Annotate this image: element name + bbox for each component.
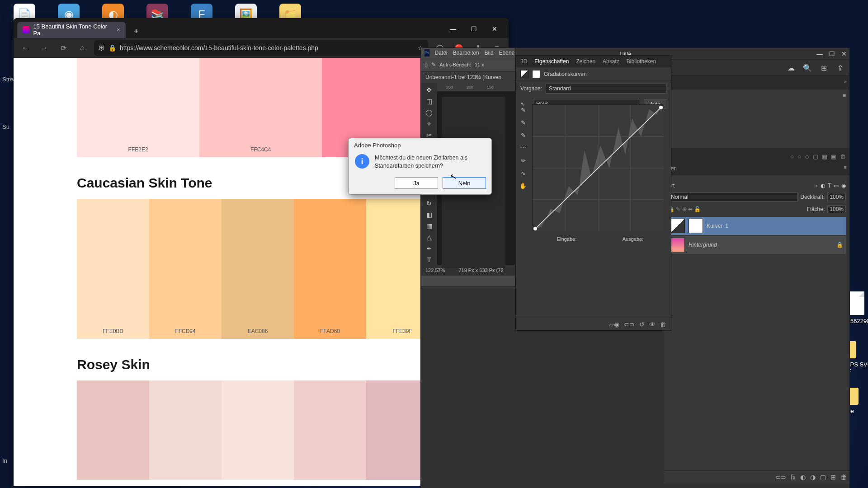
- panel-menu-icon[interactable]: ≡: [844, 164, 847, 170]
- layer-filter-icon[interactable]: ▭: [834, 183, 839, 189]
- color-swatch[interactable]: EAC086: [222, 199, 294, 339]
- ps-close-icon[interactable]: ✕: [841, 50, 847, 57]
- minimize-button[interactable]: —: [443, 20, 463, 38]
- marquee-tool-icon[interactable]: ◫: [423, 96, 435, 106]
- ps-minimize-icon[interactable]: —: [816, 50, 823, 57]
- color-swatch[interactable]: FFCD94: [149, 199, 222, 339]
- panel-icon[interactable]: ◇: [805, 153, 809, 160]
- layers-footer: ⊂⊃ fx ◐ ◑ ▢ ⊞ 🗑: [664, 470, 849, 483]
- blur-tool-icon[interactable]: △: [423, 233, 435, 242]
- gradient-tool-icon[interactable]: ▦: [423, 221, 435, 231]
- eyedropper-icon[interactable]: ✎: [431, 61, 436, 68]
- preset-select[interactable]: Standard: [546, 84, 666, 94]
- group-icon[interactable]: ▢: [820, 474, 826, 481]
- close-button[interactable]: ✕: [484, 20, 505, 38]
- pen-tool-icon[interactable]: ✒: [423, 244, 435, 253]
- home-button[interactable]: ⌂: [75, 41, 90, 55]
- ps-maximize-icon[interactable]: ☐: [829, 50, 835, 57]
- visibility-icon[interactable]: 👁: [649, 321, 656, 328]
- menu-item[interactable]: Bearbeiten: [453, 50, 479, 56]
- tab-properties[interactable]: Eigenschaften: [534, 58, 569, 65]
- eyedropper-gray-icon[interactable]: ✎: [519, 118, 528, 127]
- lasso-tool-icon[interactable]: ◯: [423, 108, 435, 117]
- move-tool-icon[interactable]: ✥: [423, 85, 435, 94]
- color-swatch[interactable]: FFAD60: [294, 199, 366, 339]
- layer-row-curves[interactable]: Kurven 1: [668, 217, 846, 235]
- link-icon[interactable]: ⊂⊃: [775, 474, 786, 481]
- color-swatch[interactable]: [149, 380, 222, 480]
- wand-tool-icon[interactable]: ✧: [423, 119, 435, 128]
- layer-filter-icon[interactable]: ▫: [816, 183, 817, 189]
- workspace-icon[interactable]: ⊞: [819, 63, 829, 73]
- cloud-icon[interactable]: ☁: [786, 63, 796, 73]
- color-swatch[interactable]: FFE0BD: [77, 199, 149, 339]
- trash-icon[interactable]: 🗑: [840, 474, 847, 481]
- menu-item[interactable]: Ebene: [499, 50, 515, 56]
- smooth-icon[interactable]: ∿: [519, 169, 528, 178]
- forward-button[interactable]: →: [37, 41, 52, 55]
- hand-icon[interactable]: ✋: [519, 181, 528, 190]
- url-bar[interactable]: ⛨ 🔒 https://www.schemecolor.com/15-beaut…: [94, 40, 428, 56]
- tab-character[interactable]: Zeichen: [576, 58, 595, 65]
- opacity-value[interactable]: 100%: [827, 193, 846, 201]
- panel-icon[interactable]: ○: [797, 153, 801, 160]
- history-tool-icon[interactable]: ↻: [423, 198, 435, 208]
- eraser-tool-icon[interactable]: ◧: [423, 210, 435, 219]
- menu-item[interactable]: Datei: [435, 50, 448, 56]
- layers-tab[interactable]: nen ≡: [664, 162, 849, 175]
- fill-value[interactable]: 100%: [827, 205, 846, 213]
- pencil-icon[interactable]: ✏: [519, 156, 528, 165]
- tab-libraries[interactable]: Bibliotheken: [627, 58, 656, 65]
- link-icon[interactable]: ⊂⊃: [624, 321, 635, 328]
- fx-icon[interactable]: fx: [791, 474, 796, 481]
- panel-icon[interactable]: ○: [790, 153, 794, 160]
- tab-paragraph[interactable]: Absatz: [603, 58, 619, 65]
- search-icon[interactable]: 🔍: [802, 63, 812, 73]
- panel-menu-icon[interactable]: ≡: [842, 92, 846, 99]
- panel-collapse-icon[interactable]: »: [844, 79, 847, 84]
- yes-button[interactable]: Ja: [395, 177, 438, 189]
- layer-thumb-adjust: [670, 219, 685, 233]
- menu-item[interactable]: Bild: [485, 50, 494, 56]
- trash-icon[interactable]: 🗑: [660, 321, 666, 328]
- new-tab-button[interactable]: +: [129, 24, 143, 38]
- new-layer-icon[interactable]: ⊞: [830, 474, 836, 481]
- clip-icon[interactable]: ▱◉: [609, 321, 619, 328]
- layer-thumb-bg: [670, 238, 685, 252]
- type-tool-icon[interactable]: T: [423, 255, 435, 265]
- curves-graph[interactable]: [532, 104, 663, 231]
- lock-icons[interactable]: 🔒 ✎ ⊕ ⬌ 🔓: [668, 206, 701, 212]
- properties-footer: ▱◉ ⊂⊃ ↺ 👁 🗑: [516, 318, 671, 330]
- lock-icon[interactable]: 🔒: [836, 242, 843, 248]
- tab-3d[interactable]: 3D: [520, 58, 527, 65]
- layer-row-background[interactable]: Hintergrund 🔒: [668, 236, 846, 254]
- eyedropper-black-icon[interactable]: ✎: [519, 105, 528, 114]
- mask-icon[interactable]: ◐: [800, 474, 806, 481]
- home-icon[interactable]: ⌂: [425, 61, 428, 68]
- share-icon[interactable]: ⇪: [835, 63, 845, 73]
- eyedropper-white-icon[interactable]: ✎: [519, 131, 528, 140]
- layer-filter-icon[interactable]: T: [828, 183, 831, 189]
- adjustment-icon[interactable]: ◑: [810, 474, 816, 481]
- panel-icon[interactable]: ▢: [813, 153, 818, 160]
- no-button[interactable]: Nein: [443, 177, 486, 189]
- color-swatch[interactable]: [294, 380, 366, 480]
- color-swatch[interactable]: FFE2E2: [77, 58, 199, 157]
- document-tab[interactable]: Unbenannt-1 bei 123% (Kurven: [421, 71, 515, 83]
- panel-icon[interactable]: 🗑: [840, 153, 846, 160]
- color-swatch[interactable]: FFC4C4: [199, 58, 322, 157]
- maximize-button[interactable]: ☐: [463, 20, 484, 38]
- panel-icon[interactable]: ▣: [831, 153, 836, 160]
- browser-tab-active[interactable]: 15 Beautiful Skin Tone Color Pa ×: [17, 22, 126, 38]
- panel-icon[interactable]: ▤: [822, 153, 827, 160]
- layer-filter-icon[interactable]: ◐: [821, 183, 825, 189]
- back-button[interactable]: ←: [18, 41, 33, 55]
- color-swatch[interactable]: [222, 380, 294, 480]
- layer-filter-icon[interactable]: ◉: [841, 183, 846, 189]
- reset-icon[interactable]: ↺: [639, 321, 645, 328]
- reload-button[interactable]: ⟳: [56, 41, 71, 55]
- color-swatch[interactable]: [77, 380, 149, 480]
- blend-mode-select[interactable]: Normal: [668, 192, 797, 202]
- tab-close-icon[interactable]: ×: [117, 26, 120, 33]
- curve-edit-icon[interactable]: 〰: [519, 143, 528, 152]
